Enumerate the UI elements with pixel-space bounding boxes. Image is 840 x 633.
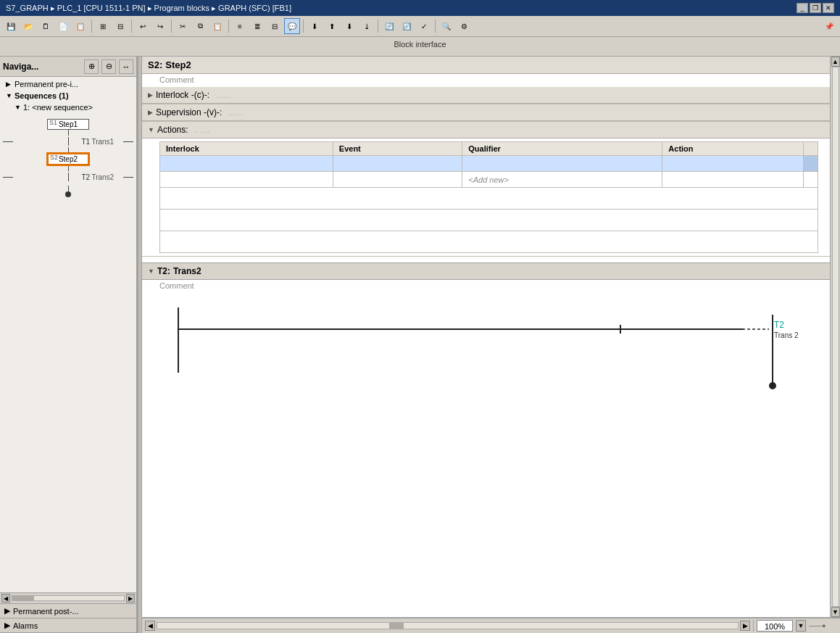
toolbar-btn-8[interactable]: ↩: [135, 18, 151, 34]
tree-item-permanent-pre[interactable]: ▶ Permanent pre-i...: [0, 78, 136, 90]
nav-line-s2-t2: [68, 165, 69, 171]
toolbar-btn-24[interactable]: 🔍: [438, 18, 454, 34]
row1-interlock[interactable]: [160, 156, 333, 172]
toolbar-btn-4[interactable]: 📄: [55, 18, 71, 34]
tree-arrow-seq: ▼: [6, 92, 13, 99]
main-layout: Naviga... ⊕ ⊖ ↔ ▶ Permanent pre-i... ▼ S…: [0, 57, 840, 633]
toolbar-btn-20[interactable]: ⤓: [359, 18, 375, 34]
toolbar-btn-19[interactable]: ⬇: [341, 18, 357, 34]
toolbar-btn-7[interactable]: ⊟: [112, 18, 128, 34]
status-scroll: ◀ ▶: [142, 621, 753, 631]
t2-toggle-arrow: ▼: [148, 268, 154, 275]
nav-trans-t1-row: T1 Trans1: [3, 136, 133, 147]
actions-arrow: ▼: [148, 126, 154, 133]
status-scroll-thumb[interactable]: [389, 623, 404, 629]
row2-interlock[interactable]: [160, 172, 333, 188]
interlock-toggle[interactable]: ▶ Interlock -(c)-: ……: [142, 87, 830, 104]
row1-qualifier[interactable]: [462, 156, 662, 172]
toolbar-btn-15[interactable]: ⊟: [267, 18, 283, 34]
status-scroll-track[interactable]: [157, 622, 739, 629]
step-header: S2: Step2: [142, 57, 830, 74]
toolbar-btn-17[interactable]: ⬇: [307, 18, 323, 34]
toolbar-btn-13[interactable]: ≡: [232, 18, 248, 34]
minimize-button[interactable]: _: [797, 3, 808, 13]
toolbar-btn-5[interactable]: 📋: [72, 18, 88, 34]
row1-event[interactable]: [333, 156, 462, 172]
restore-button[interactable]: ❐: [810, 3, 821, 13]
nav-line-t1-s2: [68, 147, 69, 153]
toolbar-save-btn[interactable]: 💾: [3, 18, 19, 34]
row2-event[interactable]: [333, 172, 462, 188]
toolbar-btn-25[interactable]: ⚙: [456, 18, 472, 34]
toolbar-btn-9[interactable]: ↪: [152, 18, 168, 34]
toolbar-btn-3[interactable]: 🗒: [38, 18, 54, 34]
tree-item-sequences[interactable]: ▼ Sequences (1): [0, 90, 136, 102]
actions-toggle[interactable]: ▼ Actions: ……: [142, 122, 830, 138]
left-scroll-track[interactable]: [12, 595, 125, 601]
left-item-permanent-post[interactable]: ▶ Permanent post-...: [0, 604, 136, 618]
separator-2: [131, 20, 132, 33]
nav-zoom-out-btn[interactable]: ⊖: [101, 59, 116, 74]
nav-fit-btn[interactable]: ↔: [119, 59, 133, 74]
supervision-toggle[interactable]: ▶ Supervision -(v)-: ……: [142, 104, 830, 121]
toolbar-btn-12[interactable]: 📋: [209, 18, 225, 34]
close-button[interactable]: ✕: [823, 3, 834, 13]
zoom-dropdown-btn[interactable]: ▼: [796, 620, 806, 632]
table-row[interactable]: [160, 156, 818, 172]
toolbar-btn-22[interactable]: 🔃: [399, 18, 415, 34]
supervision-arrow: ▶: [148, 109, 153, 116]
actions-table: Interlock Event Qualifier Action: [159, 141, 818, 253]
nav-s1-num: S1: [49, 119, 57, 126]
tree-label-new-sequence: 1: <new sequence>: [23, 103, 93, 112]
tree-label-sequences: Sequences (1): [14, 91, 69, 100]
row2-qualifier[interactable]: <Add new>: [462, 172, 662, 188]
scroll-down-btn[interactable]: ▼: [831, 607, 840, 617]
separator-4: [228, 20, 229, 33]
table-row[interactable]: <Add new>: [160, 172, 818, 188]
title-bar: S7_GRAPH ▸ PLC_1 [CPU 1511-1 PN] ▸ Progr…: [0, 0, 840, 16]
toolbar-btn-10[interactable]: ✂: [175, 18, 191, 34]
row1-action[interactable]: [662, 156, 804, 172]
row2-action[interactable]: [662, 172, 804, 188]
t2-content: T2 Trans 2: [142, 293, 830, 423]
nav-step-s2[interactable]: S2 Step2: [47, 153, 89, 165]
left-scroll-right-btn[interactable]: ▶: [126, 594, 135, 603]
actions-section: ▼ Actions: …… Interlock Event Qualifier: [142, 122, 830, 257]
nav-t2-label: T2: [81, 173, 90, 181]
main-content-wrap: S2: Step2 Comment ▶ Interlock -(c)-: …… …: [142, 57, 840, 617]
t2-comment[interactable]: Comment: [142, 280, 830, 293]
nav-step-s1[interactable]: S1 Step1: [47, 119, 89, 130]
scroll-track[interactable]: [832, 67, 839, 607]
separator-6: [378, 20, 378, 33]
toolbar-btn-16[interactable]: 💬: [284, 18, 300, 34]
tree-label-permanent-pre: Permanent pre-i...: [14, 80, 78, 88]
left-scroll-thumb[interactable]: [12, 596, 34, 600]
nav-hline-t1-right: [123, 141, 133, 142]
nav-diagram: S1 Step1 T1 Trans1: [0, 113, 136, 203]
toolbar-btn-14[interactable]: ≣: [249, 18, 265, 34]
toolbar-btn-11[interactable]: ⧉: [192, 18, 208, 34]
tree-item-new-sequence[interactable]: ▼ 1: <new sequence>: [0, 102, 136, 113]
status-scroll-right-btn[interactable]: ▶: [740, 621, 750, 631]
toolbar-btn-23[interactable]: ✓: [416, 18, 432, 34]
ladder-diagram: T2 Trans 2: [149, 293, 802, 409]
nav-zoom-in-btn[interactable]: ⊕: [84, 59, 99, 74]
nav-hline-t1-left: [3, 141, 13, 142]
title-bar-controls[interactable]: _ ❐ ✕: [797, 3, 834, 13]
toolbar-open-btn[interactable]: 📂: [20, 18, 36, 34]
left-scroll-left-btn[interactable]: ◀: [1, 594, 10, 603]
status-scroll-left-btn[interactable]: ◀: [145, 621, 155, 631]
zoom-area: 100% ▼ ——●: [753, 620, 840, 632]
toolbar-btn-21[interactable]: 🔄: [381, 18, 397, 34]
actions-dots: ……: [194, 125, 210, 134]
toolbar-btn-right[interactable]: 📌: [821, 18, 837, 34]
toolbar-btn-18[interactable]: ⬆: [324, 18, 340, 34]
scroll-up-btn[interactable]: ▲: [831, 57, 840, 67]
supervision-label: Supervision -(v)-:: [156, 107, 222, 117]
step-comment[interactable]: Comment: [142, 74, 830, 87]
toolbar-btn-6[interactable]: ⊞: [95, 18, 111, 34]
interlock-label: Interlock -(c)-:: [156, 90, 209, 100]
left-item-alarms[interactable]: ▶ Alarms: [0, 618, 136, 633]
nav-s1-name: Step1: [59, 120, 78, 128]
separator-5: [303, 20, 304, 33]
